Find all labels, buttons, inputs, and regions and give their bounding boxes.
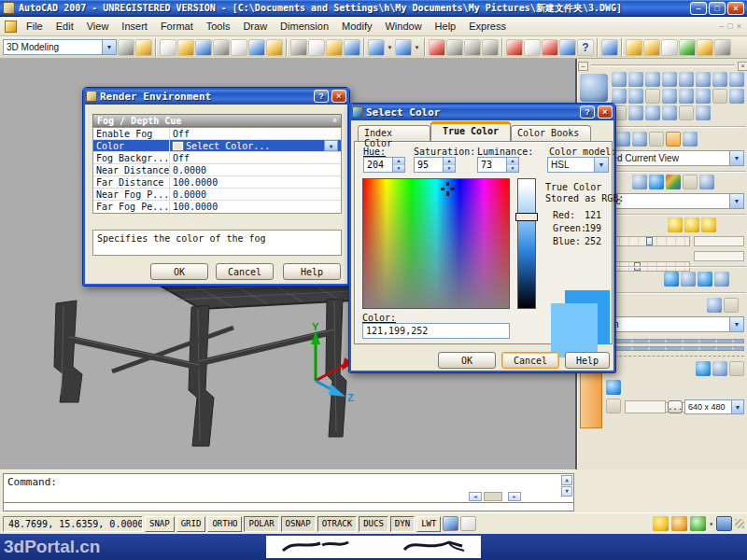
undo-dropdown-icon[interactable]: ▼ — [386, 39, 394, 56]
sun-light-icon[interactable] — [679, 39, 696, 56]
splitter-handle[interactable] — [484, 492, 502, 501]
pan-icon[interactable] — [429, 39, 445, 56]
dialog-help-icon[interactable]: ? — [314, 90, 329, 103]
plot-preview-icon[interactable] — [231, 39, 247, 56]
redo-dropdown-icon[interactable]: ▼ — [413, 39, 421, 56]
dyn-toggle[interactable]: DYN — [390, 516, 415, 532]
menu-express[interactable]: Express — [462, 18, 513, 35]
camera-icon[interactable] — [649, 132, 664, 147]
property-row[interactable]: Near Fog P... 0.0000 — [93, 189, 341, 201]
layout-icon[interactable] — [460, 516, 476, 531]
perspective-projection-icon[interactable] — [683, 132, 698, 147]
property-row[interactable]: Near Distance 0.0000 — [93, 164, 341, 176]
ok-button[interactable]: OK — [438, 352, 496, 369]
polysolid-icon[interactable] — [612, 89, 627, 104]
light-list-icon[interactable] — [701, 217, 716, 232]
trusted-dwg-icon[interactable] — [690, 516, 706, 531]
lock-light-icon[interactable] — [697, 39, 713, 56]
menu-view[interactable]: View — [80, 18, 116, 35]
luminance-value[interactable]: 73 — [478, 158, 506, 172]
parallel-projection-icon[interactable] — [666, 132, 681, 147]
render-toolbar-icon[interactable] — [714, 39, 731, 56]
output-size-combo[interactable]: 640 x 480 ▼ — [684, 399, 744, 414]
layers-icon[interactable] — [601, 39, 618, 56]
spin-up-icon[interactable]: ▲ — [393, 158, 404, 165]
luminance-spinner[interactable]: 73 ▲▼ — [477, 157, 519, 173]
command-history[interactable]: Command: ▲ ▼ ◄ ► — [3, 473, 574, 503]
publish-icon[interactable] — [248, 39, 265, 56]
menu-help[interactable]: Help — [429, 18, 463, 35]
render-environment-icon[interactable] — [714, 272, 729, 287]
ortho-toggle[interactable]: ORTHO — [207, 516, 242, 532]
ok-button[interactable]: OK — [150, 263, 208, 280]
property-row[interactable]: Fog Backgr... Off — [93, 152, 341, 164]
help-icon[interactable]: ? — [577, 39, 594, 56]
loft-icon[interactable] — [696, 89, 711, 104]
intersect-icon[interactable] — [662, 105, 677, 120]
slice-icon[interactable] — [729, 89, 744, 104]
color-value-field[interactable]: 121,199,252 — [362, 323, 510, 339]
spotlight-icon[interactable] — [661, 39, 678, 56]
help-button[interactable]: Help — [283, 263, 341, 280]
scroll-up-icon[interactable]: ▲ — [561, 475, 572, 485]
ducs-toggle[interactable]: DUCS — [359, 516, 388, 532]
sun-angle-icon[interactable] — [681, 272, 696, 287]
render-region-icon[interactable] — [696, 361, 711, 376]
extrude-icon[interactable] — [645, 89, 660, 104]
luminance-slider[interactable] — [517, 178, 536, 309]
property-row[interactable]: Far Distance 100.0000 — [93, 176, 341, 189]
geographic-location-icon[interactable] — [664, 272, 679, 287]
redo-icon[interactable] — [395, 39, 412, 56]
edge-overhang-icon[interactable] — [683, 175, 698, 189]
undo-icon[interactable] — [368, 39, 385, 56]
chevron-down-icon[interactable]: ▼ — [731, 400, 743, 413]
cube-icon[interactable] — [628, 72, 643, 87]
clean-screen-icon[interactable] — [716, 516, 732, 531]
cancel-button[interactable]: Cancel — [216, 263, 274, 280]
saturation-spinner[interactable]: 95 ▲▼ — [414, 157, 456, 173]
chevron-down-icon[interactable]: ▼ — [729, 151, 743, 165]
render-exposure-icon[interactable] — [606, 380, 621, 395]
subtract-icon[interactable] — [645, 105, 660, 120]
hue-saturation-gradient[interactable] — [362, 178, 510, 309]
advanced-render-settings-icon[interactable] — [707, 298, 722, 313]
cancel-button[interactable]: Cancel — [501, 352, 559, 369]
menu-insert[interactable]: Insert — [115, 18, 154, 35]
chevron-down-icon[interactable]: ▼ — [324, 140, 338, 151]
spin-down-icon[interactable]: ▼ — [393, 165, 404, 173]
property-row[interactable]: Enable Fog Off — [93, 128, 341, 140]
save-icon[interactable] — [195, 39, 212, 56]
visual-styles-manager-icon[interactable] — [666, 175, 681, 189]
3d-mirror-icon[interactable] — [696, 105, 711, 120]
match-properties-icon[interactable] — [344, 39, 360, 56]
polar-toggle[interactable]: POLAR — [244, 516, 278, 532]
menu-tools[interactable]: Tools — [200, 18, 237, 35]
scroll-left-icon[interactable]: ◄ — [469, 492, 482, 501]
collapse-chevron-icon[interactable]: « — [330, 118, 339, 122]
chevron-down-icon[interactable]: ▼ — [729, 194, 743, 208]
luminance-slider-handle[interactable] — [515, 213, 538, 221]
menu-window[interactable]: Window — [378, 18, 428, 35]
hue-spinner[interactable]: 204 ▲▼ — [363, 157, 405, 173]
dialog-close-icon[interactable]: × — [331, 90, 346, 103]
default-lighting-icon[interactable] — [626, 39, 642, 56]
pyramid-icon[interactable] — [712, 72, 727, 87]
sun-properties-icon[interactable] — [684, 217, 699, 232]
sweep-icon[interactable] — [679, 89, 694, 104]
render-window-icon[interactable] — [724, 298, 739, 313]
menu-edit[interactable]: Edit — [49, 18, 80, 35]
plot-icon[interactable] — [213, 39, 230, 56]
tab-index-color[interactable]: Index Color — [358, 125, 430, 141]
brightness-field[interactable] — [694, 236, 744, 246]
spin-up-icon[interactable]: ▲ — [444, 158, 455, 165]
property-row-selected[interactable]: Color Select Color...▼ — [93, 140, 341, 152]
dwf-icon[interactable] — [266, 39, 283, 56]
spin-up-icon[interactable]: ▲ — [507, 158, 518, 165]
osnap-toggle[interactable]: OSNAP — [281, 516, 316, 532]
grid-toggle[interactable]: GRID — [176, 516, 206, 532]
coordinate-readout[interactable]: 48.7699, 15.6359, 0.0000 — [3, 516, 143, 532]
press-pull-icon[interactable] — [712, 89, 727, 104]
tool-palettes-icon[interactable] — [135, 39, 152, 56]
fog-section-header[interactable]: Fog / Depth Cue « — [92, 114, 342, 127]
saturation-value[interactable]: 95 — [415, 158, 443, 172]
